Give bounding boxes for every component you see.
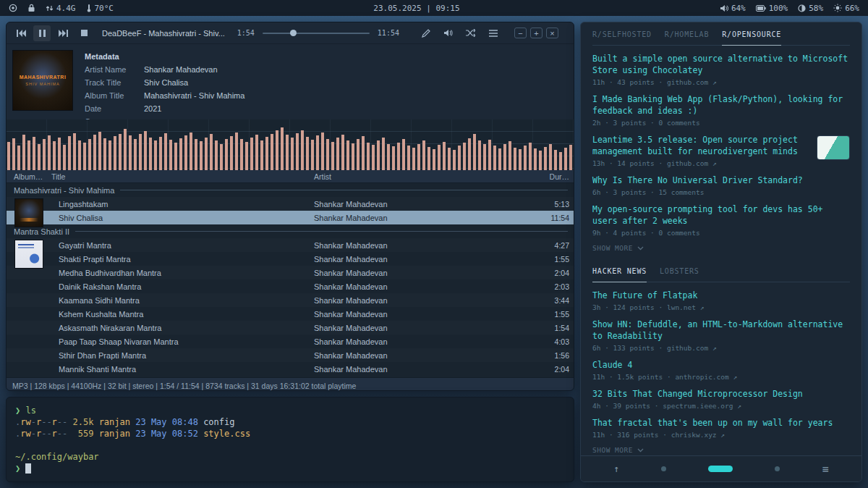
- playlist-row[interactable]: Mannik Shanti MantraShankar Mahadevan2:0…: [7, 362, 574, 376]
- volume-button[interactable]: [440, 25, 457, 41]
- feed-item[interactable]: 32 Bits That Changed Microprocessor Desi…: [592, 388, 850, 410]
- volume-module[interactable]: 64%: [720, 4, 746, 13]
- feed-item-title[interactable]: Why Is There No Universal Driver Standar…: [592, 174, 850, 186]
- feed-item[interactable]: Built a simple open source alternative t…: [592, 53, 850, 86]
- terminal-line: ~/.config/waybar: [15, 451, 565, 463]
- column-header-artist[interactable]: Artist: [314, 172, 535, 181]
- page-dot[interactable]: [775, 466, 780, 471]
- spectrum-bar: [250, 138, 253, 170]
- tab-lobsters[interactable]: LOBSTERS: [660, 261, 699, 282]
- playlist-row[interactable]: Askasmath Nirakaran MantraShankar Mahade…: [7, 321, 574, 335]
- feed-item-title[interactable]: My open-source prompting tool for devs h…: [592, 203, 850, 227]
- temperature-module[interactable]: 70°C: [86, 4, 114, 13]
- launcher-icon[interactable]: [9, 4, 17, 12]
- spectrum-bar: [22, 135, 25, 170]
- page-dot[interactable]: [661, 466, 666, 471]
- playlist-row[interactable]: Medha Budhivardhan MantraShankar Mahadev…: [7, 266, 574, 279]
- track-title: Lingashtakam: [51, 200, 314, 209]
- next-track-button[interactable]: [54, 25, 72, 41]
- maximize-button[interactable]: +: [530, 28, 542, 38]
- feed-item[interactable]: Why Is There No Universal Driver Standar…: [592, 174, 850, 196]
- elapsed-time-label: 1:54: [237, 29, 255, 37]
- feed-item-title[interactable]: 32 Bits That Changed Microprocessor Desi…: [592, 388, 850, 400]
- terminal-window[interactable]: ❯ ls.rw-r--r-- 2.5k ranjan 23 May 08:48 …: [6, 397, 574, 482]
- scroll-top-button[interactable]: ↑: [614, 463, 620, 474]
- disk-module[interactable]: 58%: [798, 4, 823, 13]
- playlist[interactable]: Mahashivratri - Shiv MahimaLingashtakamS…: [7, 183, 574, 377]
- track-duration: 4:27: [535, 241, 574, 250]
- group-divider: [120, 190, 568, 190]
- playlist-row[interactable]: Gayatri MantraShankar Mahadevan4:27: [7, 238, 574, 252]
- panel-menu-button[interactable]: ≡: [822, 463, 828, 476]
- terminal-line: .rw-r--r-- 2.5k ranjan 23 May 08:48 conf…: [15, 416, 565, 428]
- previous-track-button[interactable]: [12, 25, 30, 41]
- playlist-row[interactable]: Dainik Rakshan MantraShankar Mahadevan2:…: [7, 279, 574, 293]
- page-indicator-active[interactable]: [708, 466, 733, 472]
- external-link-icon: ↗: [717, 431, 725, 439]
- feed-item[interactable]: Leantime 3.5 release: Open source projec…: [592, 134, 850, 167]
- column-header-duration[interactable]: Dur…: [535, 172, 574, 181]
- playlist-row[interactable]: Shakti Prapti MantraShankar Mahadevan1:5…: [7, 252, 574, 266]
- playlist-row[interactable]: Sthir Dhan Prapti MantraShankar Mahadeva…: [7, 348, 574, 362]
- terminal-text: 23 May 08:52: [130, 429, 198, 439]
- close-button[interactable]: ×: [546, 28, 558, 38]
- playlist-row[interactable]: LingashtakamShankar Mahadevan5:13: [7, 197, 574, 211]
- network-module[interactable]: 4.4G: [46, 4, 76, 13]
- feed-item[interactable]: Show HN: Defuddle, an HTML-to-Markdown a…: [592, 319, 850, 352]
- edit-pencil-button[interactable]: [417, 25, 435, 41]
- playlist-row[interactable]: Kshem Kushalta MantraShankar Mahadevan1:…: [7, 307, 574, 321]
- playlist-group-title: Mantra Shakti II: [14, 227, 69, 236]
- track-duration: 2:04: [535, 365, 574, 374]
- minimize-button[interactable]: −: [514, 28, 527, 38]
- spectrum-bar: [296, 133, 299, 170]
- metadata-row: Track TitleShiv Chalisa: [85, 76, 244, 89]
- spectrum-bar: [291, 138, 294, 170]
- lock-icon[interactable]: [27, 4, 35, 12]
- feed-item-title[interactable]: Built a simple open source alternative t…: [592, 53, 850, 76]
- battery-module[interactable]: 100%: [756, 4, 788, 13]
- clock-module[interactable]: 23.05.2025 | 09:15: [373, 4, 459, 13]
- album-thumbnail: [14, 198, 43, 227]
- feed-item-title[interactable]: Show HN: Defuddle, an HTML-to-Markdown a…: [592, 319, 850, 342]
- reddit-show-more-button[interactable]: SHOW MORE: [592, 244, 850, 259]
- spectrum-bar: [276, 130, 278, 170]
- column-header-album[interactable]: Album…: [7, 172, 51, 181]
- music-player-window: DeaDBeeF - Mahashivratri - Shiv... 1:54 …: [6, 22, 574, 391]
- tab-r-opensource[interactable]: R/OPENSOURCE: [722, 24, 781, 45]
- feed-item[interactable]: That fractal that's been up on my wall f…: [592, 417, 850, 439]
- tab-hacker-news[interactable]: HACKER NEWS: [592, 261, 647, 282]
- spectrum-bar: [514, 148, 516, 171]
- spectrum-bar: [357, 139, 359, 170]
- column-header-title[interactable]: Title: [51, 172, 314, 181]
- playlist-row[interactable]: Paap Taap Shaap Nivaran MantraShankar Ma…: [7, 335, 574, 348]
- brightness-module[interactable]: 66%: [833, 4, 859, 13]
- track-artist: Shankar Mahadevan: [314, 255, 535, 264]
- feed-item-title[interactable]: Claude 4: [592, 359, 850, 371]
- spectrum-bar: [402, 139, 405, 170]
- seek-slider[interactable]: [263, 33, 370, 34]
- tab-r-selfhosted[interactable]: R/SELFHOSTED: [592, 24, 652, 45]
- feed-item[interactable]: Claude 411h · 1.5k points · anthropic.co…: [592, 359, 850, 381]
- feed-item-title[interactable]: I Made Banking Web App (Flask/Python), l…: [592, 93, 850, 117]
- feed-item-meta: 6h · 3 points · 15 comments: [592, 188, 850, 196]
- album-art-subtitle: SHIV MAHIMA: [25, 82, 59, 86]
- feed-item[interactable]: My open-source prompting tool for devs h…: [592, 203, 850, 237]
- playlist-row[interactable]: Kaamana Sidhi MantraShankar Mahadevan3:4…: [7, 293, 574, 307]
- playlist-menu-button[interactable]: [485, 25, 502, 41]
- feed-item-thumbnail: [817, 135, 850, 160]
- feed-item-title[interactable]: That fractal that's been up on my wall f…: [592, 417, 850, 429]
- shuffle-button[interactable]: [462, 25, 480, 41]
- seek-slider-knob[interactable]: [290, 30, 297, 36]
- pause-button[interactable]: [33, 25, 51, 41]
- track-duration: 1:56: [535, 351, 574, 360]
- playlist-row[interactable]: Shiv ChalisaShankar Mahadevan11:54: [7, 211, 574, 224]
- feed-item[interactable]: I Made Banking Web App (Flask/Python), l…: [592, 93, 850, 127]
- spectrum-bars: [7, 119, 574, 170]
- feed-item-title[interactable]: Leantime 3.5 release: Open source projec…: [592, 134, 809, 157]
- tab-r-homelab[interactable]: R/HOMELAB: [665, 24, 709, 45]
- spectrum-bar: [341, 135, 344, 170]
- stop-button[interactable]: [75, 25, 93, 41]
- feed-item-title[interactable]: The Future of Flatpak: [592, 290, 850, 301]
- terminal-cursor: [25, 463, 30, 474]
- feed-item[interactable]: The Future of Flatpak3h · 124 points · l…: [592, 290, 850, 311]
